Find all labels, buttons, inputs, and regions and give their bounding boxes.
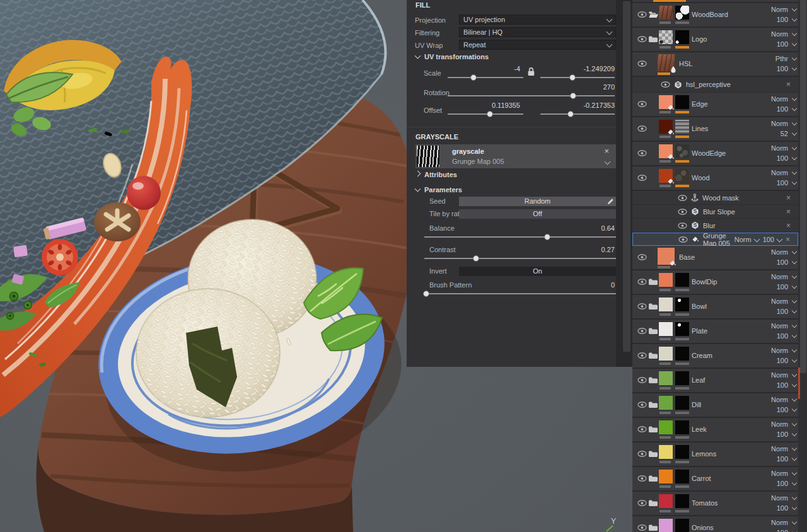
mask-thumbnail[interactable] bbox=[675, 144, 689, 158]
chevron-down-icon[interactable] bbox=[792, 145, 797, 150]
opacity-dropdown[interactable]: 100 bbox=[777, 504, 788, 512]
opacity-dropdown[interactable]: 52 bbox=[781, 130, 788, 137]
mask-thumbnail[interactable] bbox=[675, 420, 689, 434]
visibility-toggle-icon[interactable] bbox=[637, 352, 647, 359]
opacity-dropdown[interactable]: 100 bbox=[763, 236, 782, 243]
opacity-dropdown[interactable]: 100 bbox=[777, 332, 788, 340]
mask-thumbnail[interactable] bbox=[675, 371, 689, 385]
visibility-toggle-icon[interactable] bbox=[637, 377, 647, 383]
close-icon[interactable]: × bbox=[786, 235, 790, 244]
layer-thumbnail[interactable] bbox=[659, 322, 673, 336]
blend-mode-dropdown[interactable]: Norm bbox=[771, 519, 788, 526]
chevron-down-icon[interactable] bbox=[792, 333, 797, 338]
filtering-dropdown[interactable]: Bilinear | HQ bbox=[459, 27, 616, 37]
layer-thumbnail[interactable] bbox=[659, 470, 673, 483]
layer-thumbnail[interactable] bbox=[659, 494, 673, 508]
chevron-down-icon[interactable] bbox=[792, 421, 797, 426]
mask-thumbnail[interactable] bbox=[675, 470, 689, 483]
tile-by-ratio-toggle[interactable]: Off bbox=[459, 209, 616, 219]
mask-thumbnail[interactable] bbox=[675, 95, 689, 109]
blend-mode-dropdown[interactable]: Norm bbox=[771, 248, 788, 256]
effect-row-blur[interactable]: SBlur× bbox=[632, 219, 798, 233]
layer-row-lines[interactable]: LinesNorm52 bbox=[632, 117, 798, 142]
mask-thumbnail[interactable] bbox=[675, 120, 689, 134]
chevron-down-icon[interactable] bbox=[753, 236, 760, 243]
layer-thumbnail[interactable] bbox=[659, 30, 673, 44]
chevron-down-icon[interactable] bbox=[792, 155, 797, 160]
visibility-toggle-icon[interactable] bbox=[637, 254, 647, 260]
blend-mode-dropdown[interactable]: Norm bbox=[771, 6, 788, 13]
opacity-dropdown[interactable]: 100 bbox=[777, 258, 788, 266]
opacity-dropdown[interactable]: 100 bbox=[777, 431, 788, 438]
blend-mode-dropdown[interactable]: Norm bbox=[771, 322, 788, 330]
chevron-down-icon[interactable] bbox=[792, 96, 797, 101]
visibility-toggle-icon[interactable] bbox=[637, 101, 647, 107]
chevron-down-icon[interactable] bbox=[792, 382, 797, 387]
mask-thumbnail[interactable] bbox=[675, 347, 689, 361]
chevron-down-icon[interactable] bbox=[792, 180, 797, 185]
chevron-down-icon[interactable] bbox=[792, 396, 797, 402]
blend-mode-dropdown[interactable]: Norm bbox=[771, 470, 788, 477]
chevron-down-icon[interactable] bbox=[792, 529, 797, 532]
lock-icon[interactable] bbox=[527, 67, 535, 76]
properties-scrollbar-thumb[interactable] bbox=[623, 1, 630, 352]
visibility-toggle-icon[interactable] bbox=[637, 61, 647, 67]
chevron-down-icon[interactable] bbox=[792, 308, 797, 313]
visibility-toggle-icon[interactable] bbox=[637, 524, 647, 531]
chevron-down-icon[interactable] bbox=[792, 130, 797, 136]
scale-value-v[interactable]: -1.249209 bbox=[571, 65, 615, 72]
scale-u-slider[interactable] bbox=[448, 74, 523, 81]
pencil-icon[interactable] bbox=[607, 198, 614, 205]
blend-mode-dropdown[interactable]: Norm bbox=[771, 347, 788, 354]
close-icon[interactable]: × bbox=[786, 194, 791, 202]
blend-mode-dropdown[interactable]: Norm bbox=[771, 95, 788, 103]
layer-row-wood[interactable]: WoodNorm100 bbox=[632, 166, 798, 191]
layer-thumbnail[interactable] bbox=[659, 371, 673, 385]
chevron-down-icon[interactable] bbox=[792, 16, 797, 21]
opacity-dropdown[interactable]: 100 bbox=[777, 455, 788, 463]
contrast-value[interactable]: 0.27 bbox=[571, 246, 615, 253]
blend-mode-dropdown[interactable]: Norm bbox=[771, 298, 788, 305]
chevron-down-icon[interactable] bbox=[605, 159, 611, 165]
visibility-toggle-icon[interactable] bbox=[637, 150, 647, 156]
layers-scrollbar-track[interactable] bbox=[798, 0, 807, 532]
chevron-down-icon[interactable] bbox=[792, 274, 797, 279]
visibility-toggle-icon[interactable] bbox=[637, 11, 647, 18]
blend-mode-dropdown[interactable]: Norm bbox=[771, 120, 788, 127]
scale-value-u[interactable]: -4 bbox=[482, 65, 520, 72]
chevron-down-icon[interactable] bbox=[792, 31, 797, 36]
opacity-dropdown[interactable]: 100 bbox=[777, 529, 788, 532]
uv-transformations-header[interactable]: UV transformations bbox=[415, 53, 489, 61]
layer-thumbnail[interactable] bbox=[659, 347, 673, 361]
layer-row-woodedge[interactable]: WoodEdgeNorm100 bbox=[632, 142, 798, 166]
opacity-dropdown[interactable]: 100 bbox=[777, 40, 788, 48]
blend-mode-dropdown[interactable]: Norm bbox=[771, 169, 788, 176]
layer-row-bowl[interactable]: BowlNorm100 bbox=[632, 295, 798, 320]
chevron-down-icon[interactable] bbox=[792, 456, 797, 461]
layer-thumbnail[interactable] bbox=[659, 396, 673, 410]
opacity-dropdown[interactable]: 100 bbox=[777, 283, 788, 291]
chevron-down-icon[interactable] bbox=[792, 55, 797, 61]
effect-row-grunge-map-005[interactable]: Grunge Map 005Norm100× bbox=[632, 233, 798, 246]
blend-mode-dropdown[interactable]: Norm bbox=[771, 396, 788, 403]
visibility-toggle-icon[interactable] bbox=[637, 475, 647, 482]
layer-row-leek[interactable]: LeekNorm100 bbox=[632, 418, 798, 442]
visibility-toggle-icon[interactable] bbox=[637, 125, 647, 132]
layer-thumbnail[interactable] bbox=[659, 298, 673, 311]
mask-thumbnail[interactable] bbox=[675, 273, 689, 287]
layers-scrollbar-thumb[interactable] bbox=[800, 0, 806, 373]
layer-row-bowldip[interactable]: BowlDipNorm100 bbox=[632, 270, 798, 295]
opacity-dropdown[interactable]: 100 bbox=[777, 308, 788, 315]
invert-toggle[interactable]: On bbox=[459, 267, 616, 276]
opacity-dropdown[interactable]: 100 bbox=[777, 480, 788, 487]
uvwrap-dropdown[interactable]: Repeat bbox=[459, 40, 616, 50]
scale-v-slider[interactable] bbox=[540, 74, 615, 81]
layer-row-tomatos[interactable]: TomatosNorm100 bbox=[632, 492, 798, 516]
effect-row-hsl_perceptive[interactable]: Shsl_perceptive× bbox=[632, 77, 798, 93]
layer-row-plate[interactable]: PlateNorm100 bbox=[632, 320, 798, 344]
visibility-toggle-icon[interactable] bbox=[637, 36, 647, 42]
balance-value[interactable]: 0.64 bbox=[571, 224, 615, 232]
layer-thumbnail[interactable] bbox=[659, 169, 673, 183]
effect-row-wood-mask[interactable]: Wood mask× bbox=[632, 191, 798, 205]
layer-row-onions[interactable]: OnionsNorm100 bbox=[632, 516, 798, 532]
